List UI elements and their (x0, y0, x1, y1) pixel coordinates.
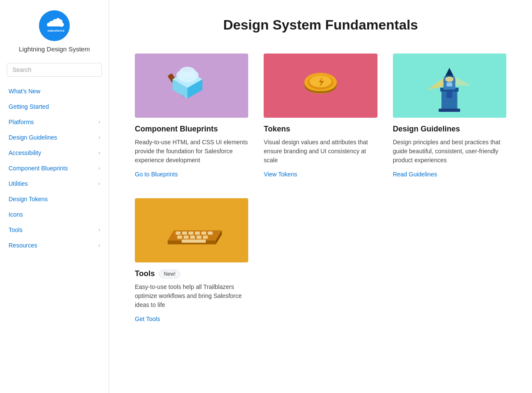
sidebar-item-getting-started[interactable]: Getting Started (0, 99, 109, 114)
page-title: Design System Fundamentals (135, 17, 506, 33)
empty-spacer-1 (264, 198, 377, 322)
card-blueprints: Component Blueprints Ready-to-use HTML a… (135, 54, 248, 178)
svg-rect-39 (196, 235, 201, 239)
card-blueprints-title: Component Blueprints (135, 125, 248, 134)
card-tools-desc: Easy-to-use tools help all Trailblazers … (135, 283, 248, 310)
card-guidelines-desc: Design principles and best practices tha… (393, 138, 506, 165)
card-blueprints-link[interactable]: Go to Blueprints (135, 171, 248, 178)
svg-rect-35 (208, 232, 212, 235)
sidebar-item-design-guidelines[interactable]: Design Guidelines › (0, 130, 109, 145)
sidebar: salesforce Lightning Design System What'… (0, 0, 109, 393)
card-tools-link[interactable]: Get Tools (135, 316, 248, 322)
sidebar-item-resources[interactable]: Resources › (0, 238, 109, 253)
card-guidelines-link[interactable]: Read Guidelines (393, 171, 506, 178)
card-tools: Tools New! Easy-to-use tools help all Tr… (135, 198, 248, 322)
guidelines-illustration (422, 58, 477, 113)
card-image-guidelines (393, 54, 506, 118)
chevron-right-icon: › (98, 165, 100, 171)
card-tokens-title: Tokens (264, 125, 377, 134)
card-tokens-link[interactable]: View Tokens (264, 171, 377, 178)
sidebar-item-utilities[interactable]: Utilities › (0, 176, 109, 191)
card-tools-title: Tools (135, 269, 155, 278)
svg-rect-32 (188, 232, 193, 235)
sidebar-item-icons[interactable]: Icons (0, 207, 109, 222)
svg-rect-41 (181, 240, 205, 243)
svg-rect-26 (439, 109, 460, 112)
svg-rect-40 (203, 235, 208, 239)
svg-rect-36 (177, 235, 182, 239)
blueprints-illustration (164, 62, 220, 109)
svg-point-23 (446, 77, 454, 82)
sidebar-item-component-blueprints[interactable]: Component Blueprints › (0, 161, 109, 176)
nav-list: What's New Getting Started Platforms › D… (0, 80, 109, 256)
svg-rect-38 (190, 235, 195, 239)
tokens-illustration (295, 62, 346, 109)
search-container (0, 60, 109, 80)
sidebar-item-accessibility[interactable]: Accessibility › (0, 145, 109, 161)
svg-point-9 (178, 72, 197, 82)
card-image-tokens (264, 54, 377, 118)
cards-row-2: Tools New! Easy-to-use tools help all Tr… (135, 198, 506, 322)
card-blueprints-desc: Ready-to-use HTML and CSS UI elements pr… (135, 138, 248, 165)
svg-rect-34 (201, 232, 206, 235)
svg-rect-30 (175, 232, 180, 235)
main-content: Design System Fundamentals (109, 0, 532, 393)
search-input[interactable] (7, 63, 102, 77)
sidebar-item-whats-new[interactable]: What's New (0, 83, 109, 99)
cards-row-1: Component Blueprints Ready-to-use HTML a… (135, 54, 506, 178)
salesforce-logo: salesforce (39, 10, 70, 41)
svg-rect-37 (184, 235, 188, 239)
chevron-right-icon: › (98, 242, 100, 248)
svg-rect-31 (182, 232, 187, 235)
chevron-right-icon: › (98, 150, 100, 156)
tools-illustration (160, 207, 224, 254)
svg-rect-24 (447, 83, 452, 86)
sidebar-item-design-tokens[interactable]: Design Tokens (0, 191, 109, 207)
card-tokens-desc: Visual design values and attributes that… (264, 138, 377, 165)
new-badge: New! (159, 270, 180, 278)
card-image-tools (135, 198, 248, 262)
card-guidelines-title: Design Guidelines (393, 125, 506, 134)
card-image-blueprints (135, 54, 248, 118)
salesforce-cloud-icon: salesforce (43, 14, 66, 37)
svg-marker-21 (446, 68, 454, 76)
chevron-right-icon: › (98, 181, 100, 187)
chevron-right-icon: › (98, 119, 100, 125)
logo-area: salesforce Lightning Design System (0, 0, 109, 60)
svg-text:salesforce: salesforce (48, 29, 65, 33)
sidebar-title: Lightning Design System (19, 45, 90, 53)
sidebar-item-platforms[interactable]: Platforms › (0, 114, 109, 130)
card-tokens: Tokens Visual design values and attribut… (264, 54, 377, 178)
card-tools-title-row: Tools New! (135, 269, 248, 278)
empty-spacer-2 (393, 198, 506, 322)
chevron-right-icon: › (98, 134, 100, 140)
card-guidelines: Design Guidelines Design principles and … (393, 54, 506, 178)
svg-rect-25 (447, 92, 452, 98)
svg-rect-33 (195, 232, 199, 235)
chevron-right-icon: › (98, 227, 100, 233)
sidebar-item-tools[interactable]: Tools › (0, 222, 109, 238)
